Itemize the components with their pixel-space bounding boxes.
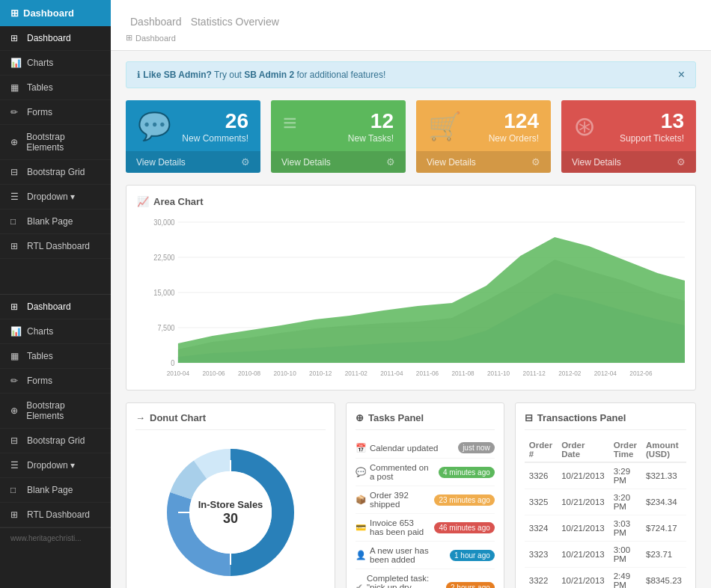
order-number: 3326: [525, 462, 557, 489]
sidebar-item-bootstrap-elements2[interactable]: ⊕ Bootstrap Elements: [0, 393, 111, 429]
sidebar-item-dropdown[interactable]: ☰ Dropdown ▾: [0, 185, 111, 209]
blank2-icon: □: [10, 485, 21, 495]
table-row: 3325 10/21/2013 3:20 PM $234.34: [525, 489, 686, 515]
svg-text:2012-04: 2012-04: [594, 370, 617, 377]
sidebar-item-bootstrap-grid[interactable]: ⊟ Bootstrap Grid: [0, 160, 111, 185]
sidebar-item-rtl2[interactable]: ⊞ RTL Dashboard: [0, 503, 111, 527]
tasks-list: 📅 Calendar updated just now 💬 Commented …: [356, 438, 495, 588]
sidebar-item-rtl[interactable]: ⊞ RTL Dashboard: [0, 234, 111, 259]
page-header: Dashboard Statistics Overview ⊞ Dashboar…: [111, 0, 711, 51]
sidebar-item-forms[interactable]: ✏ Forms: [0, 100, 111, 125]
order-number: 3325: [525, 489, 557, 515]
svg-marker-12: [178, 237, 685, 363]
rtl-icon: ⊞: [10, 241, 21, 251]
sidebar-footer: www.heritagechristi...: [0, 527, 111, 548]
alert-close-button[interactable]: ×: [678, 68, 685, 82]
breadcrumb-label: Dashboard: [135, 34, 176, 43]
comments-label: New Comments!: [182, 133, 248, 144]
order-amount: $321.33: [641, 462, 686, 489]
info-alert: ℹ Like SB Admin? Try out SB Admin 2 for …: [126, 61, 696, 88]
dropdown-icon: ☰: [10, 192, 21, 202]
tasks-link[interactable]: View Details: [281, 157, 331, 168]
donut-chart-panel: → Donut Chart: [126, 402, 335, 588]
tasks-number: 12: [348, 111, 394, 132]
task-icon: 📅: [356, 443, 366, 453]
orders-number: 124: [489, 111, 539, 132]
col-amount: Amount (USD): [641, 438, 686, 462]
orders-link[interactable]: View Details: [427, 157, 476, 168]
sidebar-item-dropdown2[interactable]: ☰ Dropdown ▾: [0, 453, 111, 478]
task-item: 📅 Calendar updated just now: [356, 438, 495, 459]
tickets-number: 13: [620, 111, 684, 132]
elements-icon: ⊕: [10, 137, 20, 147]
task-icon: 💬: [356, 467, 366, 477]
tables2-icon: ▦: [10, 351, 21, 361]
svg-text:2011-04: 2011-04: [380, 370, 403, 377]
svg-text:22,500: 22,500: [153, 254, 174, 262]
task-text: 👤 A new user has been added: [356, 546, 445, 564]
task-item: 👤 A new user has been added 1 hour ago: [356, 542, 495, 569]
dropdown2-icon: ☰: [10, 460, 21, 471]
svg-text:2011-06: 2011-06: [416, 370, 439, 377]
area-chart-icon: 📈: [137, 196, 149, 207]
table-row: 3326 10/21/2013 3:29 PM $321.33: [525, 462, 686, 489]
task-badge: 46 minutes ago: [434, 522, 494, 533]
sidebar-item-charts[interactable]: 📊 Charts: [0, 51, 111, 76]
transactions-panel-title: ⊟ Transactions Panel: [525, 412, 686, 430]
donut-chart-title: → Donut Chart: [135, 412, 326, 430]
order-date: 10/21/2013: [557, 462, 609, 489]
task-badge: 1 hour ago: [450, 550, 495, 561]
task-badge: just now: [458, 442, 495, 453]
transactions-table-header: Order # Order Date Order Time Amount (US…: [525, 438, 686, 462]
sidebar-item-label: Bootstrap Grid: [27, 167, 85, 177]
sidebar-item-label: RTL Dashboard: [27, 509, 90, 520]
col-time: Order Time: [609, 438, 641, 462]
task-item: ✔ Completed task: "pick up dry cleaning"…: [356, 569, 495, 588]
grid2-icon: ⊟: [10, 435, 21, 446]
dashboard-icon: ⊞: [10, 33, 21, 43]
sidebar-item-blank2[interactable]: □ Blank Page: [0, 478, 111, 503]
sidebar-item-bootstrap-elements[interactable]: ⊕ Bootstrap Elements: [0, 125, 111, 160]
tasks-label: New Tasks!: [348, 133, 394, 144]
alert-text: ℹ Like SB Admin? Try out SB Admin 2 for …: [137, 70, 385, 80]
orders-icon: 🛒: [428, 111, 462, 142]
tickets-link[interactable]: View Details: [572, 157, 621, 168]
sidebar-item-dashboard2[interactable]: ⊞ Dashboard: [0, 295, 111, 319]
sidebar-item-charts2[interactable]: 📊 Charts: [0, 319, 111, 344]
sidebar-item-blank[interactable]: □ Blank Page: [0, 209, 111, 234]
dashboard2-icon: ⊞: [10, 301, 21, 312]
order-date: 10/21/2013: [557, 542, 609, 568]
order-date: 10/21/2013: [557, 515, 609, 542]
donut-wrapper: In-Store Sales 30: [163, 445, 298, 580]
sidebar-item-label: Forms: [27, 107, 52, 117]
brand-icon: ⊞: [10, 7, 19, 19]
order-date: 10/21/2013: [557, 568, 609, 589]
area-chart-svg: 30,000 22,500 15,000 7,500 0 2010-04 201…: [137, 215, 685, 379]
sidebar-item-tables2[interactable]: ▦ Tables: [0, 344, 111, 369]
tasks-panel-icon: ⊕: [356, 412, 364, 423]
svg-text:7,500: 7,500: [157, 324, 174, 332]
task-icon: 📦: [356, 494, 366, 505]
order-number: 3322: [525, 568, 557, 589]
sidebar-item-tables[interactable]: ▦ Tables: [0, 76, 111, 100]
sidebar-item-forms2[interactable]: ✏ Forms: [0, 369, 111, 393]
sidebar-item-label: Bootstrap Elements: [26, 400, 100, 421]
donut-center-title: In-Store Sales: [198, 499, 263, 511]
brand-label: Dashboard: [23, 7, 74, 19]
order-number: 3324: [525, 515, 557, 542]
stat-card-tickets: ⊛ 13 Support Tickets! View Details ⚙: [561, 100, 696, 173]
sidebar-item-dashboard[interactable]: ⊞ Dashboard: [0, 26, 111, 51]
svg-text:0: 0: [171, 359, 174, 367]
charts-icon: 📊: [10, 58, 21, 68]
col-order: Order #: [525, 438, 557, 462]
sidebar-item-label: Bootstrap Elements: [26, 132, 100, 153]
stat-cards-row: 💬 26 New Comments! View Details ⚙ ≡ 12: [126, 100, 696, 173]
sidebar-item-bootstrap-grid2[interactable]: ⊟ Bootstrap Grid: [0, 429, 111, 453]
orders-label: New Orders!: [489, 133, 539, 144]
comments-number: 26: [182, 111, 248, 132]
area-chart: 30,000 22,500 15,000 7,500 0 2010-04 201…: [137, 215, 685, 379]
donut-center-value: 30: [198, 510, 263, 526]
svg-text:2011-12: 2011-12: [523, 370, 546, 377]
svg-text:15,000: 15,000: [153, 289, 174, 297]
comments-link[interactable]: View Details: [136, 157, 186, 168]
